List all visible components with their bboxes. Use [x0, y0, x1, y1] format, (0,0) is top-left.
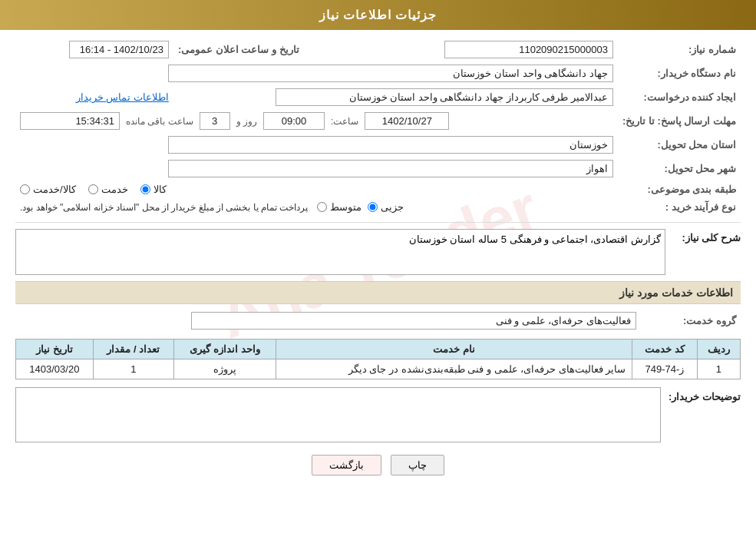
service-group-table: گروه خدمت: فعالیت‌های حرفه‌ای، علمی و فن…	[15, 309, 741, 333]
process-motavaset-label: متوسط	[330, 201, 361, 213]
need-number-input: 1102090215000003	[444, 41, 613, 58]
category-kala-radio[interactable]	[140, 184, 150, 194]
announcement-input: 1402/10/23 - 16:14	[69, 41, 169, 58]
cell-date: 1403/03/20	[16, 359, 94, 379]
announcement-value: 1402/10/23 - 16:14	[15, 38, 173, 61]
col-count: تعداد / مقدار	[93, 340, 173, 359]
process-jozvi-radio[interactable]	[368, 202, 378, 212]
deadline-remaining-label: ساعت باقی مانده	[126, 116, 193, 127]
buyer-notes-label: توضیحات خریدار:	[669, 387, 741, 403]
services-title: اطلاعات خدمات مورد نیاز	[15, 281, 741, 304]
process-desc: پرداخت تمام یا بخشی از مبلغ خریدار از مح…	[20, 202, 308, 213]
deadline-date-input: 1402/10/27	[365, 112, 449, 130]
col-date: تاریخ نیاز	[16, 340, 94, 359]
deadline-label: مهلت ارسال پاسخ: تا تاریخ:	[618, 109, 741, 133]
need-summary-label: شرح کلی نیاز:	[672, 229, 741, 243]
cell-count: 1	[93, 359, 173, 379]
category-khedmat-radio[interactable]	[88, 184, 98, 194]
province-label: استان محل تحویل:	[618, 133, 741, 157]
col-radif: ردیف	[697, 340, 740, 359]
buyer-org-input: جهاد دانشگاهی واحد استان خوزستان	[168, 65, 613, 82]
need-number-value: 1102090215000003	[304, 38, 618, 61]
category-kala-khedmat: کالا/خدمت	[20, 184, 76, 195]
category-khedmat-label: خدمت	[101, 184, 128, 195]
deadline-time-input: 09:00	[263, 112, 325, 130]
creator-value: عبدالامیر طرفی کاربرداز جهاد دانشگاهی وا…	[173, 85, 618, 109]
city-label: شهر محل تحویل:	[618, 157, 741, 181]
back-button[interactable]: بازگشت	[312, 455, 381, 475]
page-title: جزئیات اطلاعات نیاز	[0, 0, 756, 30]
deadline-time-label: ساعت:	[331, 116, 358, 127]
table-row: 1 ز-74-749 سایر فعالیت‌های حرفه‌ای، علمی…	[16, 359, 741, 379]
process-jozvi-label: جزیی	[381, 201, 404, 213]
cell-radif: 1	[697, 359, 740, 379]
deadline-days-input: 3	[200, 112, 230, 130]
announcement-label: تاریخ و ساعت اعلان عمومی:	[173, 38, 304, 61]
buyer-org-label: نام دستگاه خریدار:	[618, 61, 741, 85]
info-table: شماره نیاز: 1102090215000003 تاریخ و ساع…	[15, 38, 741, 216]
col-name: نام خدمت	[276, 340, 632, 359]
print-button[interactable]: چاپ	[391, 455, 444, 475]
contact-link-cell[interactable]: اطلاعات تماس خریدار	[15, 85, 173, 109]
deadline-row: 15:34:31 ساعت باقی مانده 3 روز و 09:00 س…	[20, 112, 613, 130]
category-kala-label: کالا	[154, 184, 167, 195]
process-label: نوع فرآیند خرید :	[618, 198, 741, 216]
process-jozvi: جزیی	[368, 201, 404, 213]
buyer-notes-textarea[interactable]	[15, 387, 661, 442]
col-code: کد خدمت	[632, 340, 697, 359]
province-input: خوزستان	[168, 136, 613, 154]
category-kala: کالا	[140, 184, 167, 195]
cell-unit: پروژه	[174, 359, 276, 379]
cell-code: ز-74-749	[632, 359, 697, 379]
service-group-label: گروه خدمت:	[641, 309, 741, 333]
category-khedmat: خدمت	[88, 184, 128, 195]
creator-label: ایجاد کننده درخواست:	[618, 85, 741, 109]
deadline-days-label: روز و	[236, 116, 257, 127]
process-motavaset: متوسط	[317, 201, 361, 213]
footer-buttons: چاپ بازگشت	[15, 455, 741, 475]
process-type-row: پرداخت تمام یا بخشی از مبلغ خریدار از مح…	[20, 201, 613, 213]
service-group-input: فعالیت‌های حرفه‌ای، علمی و فنی	[191, 312, 636, 330]
services-table: ردیف کد خدمت نام خدمت واحد اندازه گیری ت…	[15, 339, 741, 379]
category-label: طبقه بندی موضوعی:	[618, 181, 741, 198]
category-radio-group: کالا/خدمت خدمت کالا	[20, 184, 613, 195]
buyer-notes-row: توضیحات خریدار:	[15, 387, 741, 442]
process-motavaset-radio[interactable]	[317, 202, 327, 212]
category-kala-khedmat-label: کالا/خدمت	[33, 184, 76, 195]
need-number-label: شماره نیاز:	[618, 38, 741, 61]
service-group-value: فعالیت‌های حرفه‌ای، علمی و فنی	[15, 309, 641, 333]
category-kala-khedmat-radio[interactable]	[20, 184, 30, 194]
contact-link[interactable]: اطلاعات تماس خریدار	[76, 91, 169, 103]
deadline-remaining-input: 15:34:31	[20, 112, 120, 130]
buyer-org-value: جهاد دانشگاهی واحد استان خوزستان	[15, 61, 618, 85]
creator-input: عبدالامیر طرفی کاربرداز جهاد دانشگاهی وا…	[276, 88, 613, 106]
need-summary-textarea[interactable]: گزارش اقتصادی، اجتماعی و فرهنگی 5 ساله ا…	[15, 229, 665, 275]
city-input: اهواز	[168, 160, 613, 177]
cell-name: سایر فعالیت‌های حرفه‌ای، علمی و فنی طبقه…	[276, 359, 632, 379]
col-unit: واحد اندازه گیری	[174, 340, 276, 359]
